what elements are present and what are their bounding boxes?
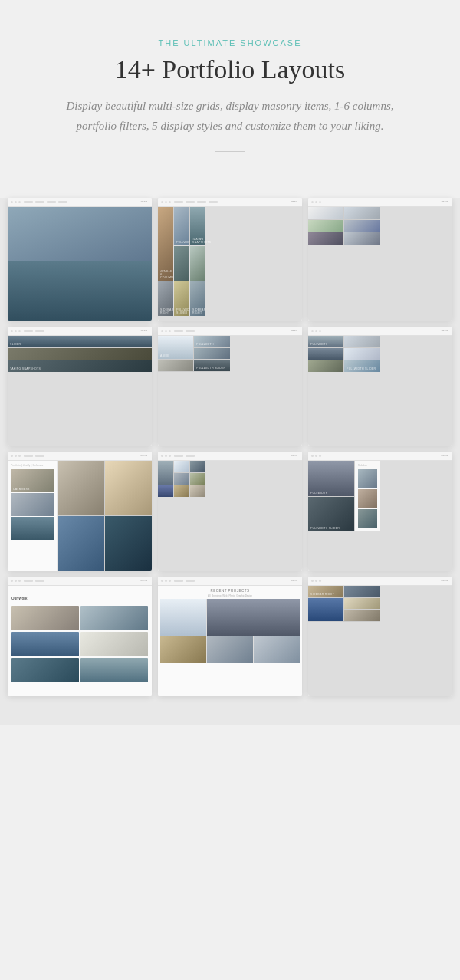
- browser-dot: [11, 330, 13, 332]
- browser-dot: [18, 201, 21, 203]
- screenshot-4[interactable]: ezra Slider Taking Snapshots: [8, 327, 152, 446]
- photo-cell: [344, 207, 380, 219]
- photo-cell: [308, 360, 343, 372]
- screenshot-2[interactable]: ezra Fullwidth Jungle & Column Taking Sn…: [158, 198, 302, 321]
- browser-nav: [174, 455, 195, 457]
- photo-cell: [194, 348, 229, 360]
- screenshot-3[interactable]: ezra: [308, 198, 452, 321]
- photo-cell: [12, 606, 79, 630]
- nav-item: [186, 201, 195, 203]
- browser-dot: [11, 580, 13, 582]
- filter-bar: All Branding Web Photo Graphic Design: [158, 594, 302, 599]
- photo-cell: [207, 636, 253, 663]
- browser-dot: [315, 580, 317, 582]
- screenshot-8[interactable]: ezra: [158, 452, 302, 571]
- browser-dot: [161, 201, 163, 203]
- photo-cell: [8, 348, 152, 360]
- photo-top: [8, 207, 152, 261]
- browser-nav: [174, 580, 195, 582]
- photo-cell: Taking Snapshots: [8, 360, 152, 372]
- screenshot-content-4: Slider Taking Snapshots: [8, 336, 152, 446]
- browser-nav: [174, 330, 195, 332]
- photo-cell: [174, 485, 189, 497]
- photo-cell: [174, 461, 189, 472]
- divider: [215, 151, 245, 152]
- photo-cell: [344, 598, 380, 610]
- nav-item: [174, 455, 183, 457]
- photo-cell: Fullwidth: [174, 207, 189, 245]
- browser-logo: ezra: [441, 578, 448, 582]
- browser-dot: [169, 330, 171, 332]
- screenshot-10[interactable]: ezra Our Work: [8, 577, 152, 696]
- browser-logo: ezra: [441, 328, 448, 332]
- browser-dot: [315, 330, 317, 332]
- screenshot-11[interactable]: ezra Recent Projects All Branding Web Ph…: [158, 577, 302, 696]
- browser-dot: [161, 580, 163, 582]
- sidebar-label: Sidebar: [358, 464, 377, 467]
- browser-dot: [165, 201, 167, 203]
- sidebar-filter: Portfolio | Justify | Columns: [11, 464, 54, 467]
- nav-item: [35, 455, 44, 457]
- browser-dot: [165, 455, 167, 457]
- browser-dot: [169, 455, 171, 457]
- browser-chrome-3: ezra: [308, 198, 452, 207]
- filter-graphic: Graphic Design: [236, 594, 252, 597]
- sidebar-right: Sidebar: [355, 461, 380, 531]
- browser-chrome-9: ezra: [308, 452, 452, 461]
- photo-cell: Slider: [8, 336, 152, 347]
- photo-cell: [254, 636, 300, 663]
- browser-dot: [15, 455, 17, 457]
- photo-cell: [105, 516, 152, 571]
- cell-label: Slider: [10, 343, 21, 346]
- browser-dot: [315, 201, 317, 203]
- filter-all: All: [208, 594, 210, 597]
- description: Display beautiful multi-size grids, disp…: [54, 97, 406, 136]
- browser-dot: [165, 580, 167, 582]
- photo-cell: [358, 489, 377, 508]
- photo-cell: [174, 473, 189, 485]
- photo-cell: Sidebar Right: [308, 586, 343, 597]
- screenshot-content-3: [308, 207, 452, 321]
- nav-item: [24, 580, 33, 582]
- photo-cell: [190, 473, 205, 485]
- photo-cell: [344, 220, 380, 232]
- screenshot-row-1: ezra Taking Snapshots: [8, 198, 452, 321]
- browser-chrome-1: ezra: [8, 198, 152, 207]
- screenshot-content-5: Aside Fullwidth Fullwidth Slider: [158, 336, 302, 446]
- screenshot-7[interactable]: ezra Portfolio | Justify | Columns Calmn…: [8, 452, 152, 571]
- photo-cell: [174, 246, 189, 281]
- photo-cell: [190, 461, 205, 472]
- browser-chrome-4: ezra: [8, 327, 152, 336]
- filter-web: Web: [222, 594, 227, 597]
- screenshot-12[interactable]: ezra Sidebar Right: [308, 577, 452, 696]
- screenshot-content-12: Sidebar Right: [308, 586, 452, 696]
- photo-cell: [12, 658, 79, 682]
- screenshot-9[interactable]: ezra Fullwidth Fullwidth Slider Sidebar: [308, 452, 452, 571]
- main-title: 14+ Portfolio Layouts: [31, 55, 429, 84]
- photo-cell: Fullwidth: [194, 336, 229, 347]
- photo-cell: [207, 599, 300, 636]
- cell-label: Fullwidth: [310, 343, 327, 346]
- screenshot-6[interactable]: ezra Fullwidth Fullwidth Slider: [308, 327, 452, 446]
- screenshot-5[interactable]: ezra Aside Fullwidth Fullwidth Slider: [158, 327, 302, 446]
- nav-item: [47, 201, 56, 203]
- browser-chrome-7: ezra: [8, 452, 152, 461]
- photo-cell: [158, 360, 193, 371]
- photo-cell: Sidebar Right: [190, 281, 205, 316]
- browser-dot: [315, 455, 317, 457]
- browser-dot: [319, 330, 321, 332]
- browser-logo: ezra: [140, 199, 147, 203]
- screenshot-content-8: [158, 461, 302, 571]
- browser-chrome-10: ezra: [8, 577, 152, 586]
- browser-nav: [24, 580, 44, 582]
- photo-cell: [80, 632, 148, 656]
- browser-logo: ezra: [441, 199, 448, 203]
- nav-item: [35, 201, 44, 203]
- screenshot-1[interactable]: ezra Taking Snapshots: [8, 198, 152, 321]
- browser-logo: ezra: [441, 453, 448, 457]
- browser-nav: [24, 455, 44, 457]
- screenshot-content-7: Portfolio | Justify | Columns Calmness: [8, 461, 152, 571]
- photo-cell: [358, 509, 377, 528]
- screenshot-row-4: ezra Our Work: [8, 577, 452, 696]
- nav-item: [24, 330, 33, 332]
